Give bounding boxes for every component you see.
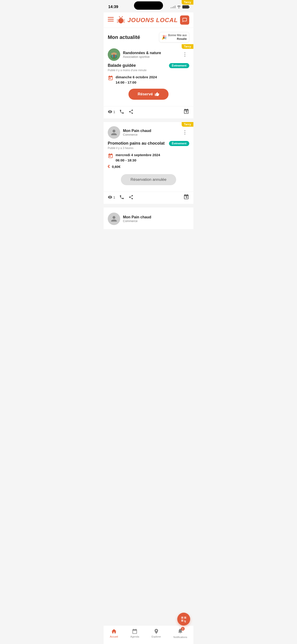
svg-rect-1 xyxy=(108,19,114,20)
org-info-3: Mon Pain chaud Commerce xyxy=(123,215,189,223)
location-tag-2: Tarcy xyxy=(182,122,194,127)
org-avatar-3 xyxy=(108,212,120,225)
svg-point-12 xyxy=(122,16,123,17)
page-content: Mon actualité 🎉 Bonne fête aux Rosalie T… xyxy=(104,28,194,229)
card-header-2: Mon Pain chaud Commerce ⋮ xyxy=(104,122,194,141)
svg-rect-26 xyxy=(115,55,116,58)
location-tag-1: Tarcy xyxy=(182,44,194,49)
svg-line-13 xyxy=(117,19,118,20)
divider-1 xyxy=(104,120,194,122)
fete-icon: 🎉 xyxy=(162,35,167,40)
status-bar: 14:39 xyxy=(104,0,194,12)
fete-badge: 🎉 Bonne fête aux Rosalie xyxy=(159,32,189,42)
card-body-1: Balade guidée Événement Publié il y a mo… xyxy=(104,63,194,106)
card-header-1: Randonnées & nature Association sportive… xyxy=(104,44,194,63)
logo-text: JOUONS LOCAL xyxy=(128,16,178,24)
card-footer-2: 1 xyxy=(104,192,194,204)
page-title: Mon actualité xyxy=(108,34,140,40)
event-badge-2: Événement xyxy=(169,141,189,146)
svg-line-18 xyxy=(123,22,125,22)
org-name-1: Randonnées & nature xyxy=(123,51,178,55)
svg-line-16 xyxy=(123,19,125,20)
org-type-1: Association sportive xyxy=(123,55,178,58)
add-calendar-button-2[interactable] xyxy=(183,194,189,200)
views-icon-2[interactable]: 1 xyxy=(108,195,115,200)
notch xyxy=(134,2,163,10)
share-icon-2[interactable] xyxy=(128,195,134,200)
event-card-2: Tarcy Mon Pain chaud Commerce ⋮ Promotio… xyxy=(104,122,194,204)
event-price-2: € 0,60€ xyxy=(108,164,189,169)
card-header-3: Mon Pain chaud Commerce xyxy=(104,208,194,227)
logo: JOUONS LOCAL xyxy=(116,15,178,25)
section-header: Mon actualité 🎉 Bonne fête aux Rosalie xyxy=(104,28,194,44)
card-footer-1: 1 xyxy=(104,106,194,118)
svg-rect-0 xyxy=(108,17,114,18)
menu-button[interactable] xyxy=(108,17,114,23)
event-card-1: Tarcy Randonnées & nature Association xyxy=(104,44,194,118)
svg-point-4 xyxy=(119,18,122,20)
org-type-3: Commerce xyxy=(123,219,189,223)
location-tag-3: Tarcy xyxy=(182,0,194,4)
org-name-3: Mon Pain chaud xyxy=(123,215,189,219)
org-info-2: Mon Pain chaud Commerce xyxy=(123,129,178,136)
event-date-2: mercredi 4 septembre 2024 06:00 - 18:30 xyxy=(108,152,189,163)
svg-rect-25 xyxy=(114,54,115,58)
event-date-text-2: mercredi 4 septembre 2024 06:00 - 18:30 xyxy=(116,152,160,163)
org-avatar-2 xyxy=(108,126,120,139)
svg-rect-24 xyxy=(112,55,113,58)
event-date-text-1: dimanche 6 octobre 2024 14:00 - 17:00 xyxy=(116,75,157,85)
event-date-1: dimanche 6 octobre 2024 14:00 - 17:00 xyxy=(108,75,189,85)
calendar-icon-1 xyxy=(108,75,113,82)
share-icon-1[interactable] xyxy=(128,109,134,114)
add-calendar-button-1[interactable] xyxy=(183,108,189,115)
event-title-1: Balade guidée xyxy=(108,63,136,68)
logo-bug-icon xyxy=(116,15,126,25)
org-name-2: Mon Pain chaud xyxy=(123,129,178,133)
svg-point-23 xyxy=(114,53,117,55)
views-icon-1[interactable]: 1 xyxy=(108,110,115,114)
status-icons xyxy=(170,5,189,9)
fete-text: Bonne fête aux Rosalie xyxy=(168,34,187,41)
card-body-2: Promotion pains au chocolat Événement Pu… xyxy=(104,141,194,192)
org-info-1: Randonnées & nature Association sportive xyxy=(123,51,178,58)
more-button-1[interactable]: ⋮ xyxy=(180,51,189,58)
more-button-2[interactable]: ⋮ xyxy=(180,128,189,136)
battery-icon xyxy=(182,5,189,8)
reserve-button-1[interactable]: Réservé xyxy=(128,89,168,100)
app-header: JOUONS LOCAL xyxy=(104,12,194,28)
phone-icon-1[interactable] xyxy=(119,109,124,114)
event-published-1: Publié il y a moins d'une minute xyxy=(108,69,189,72)
phone-icon-2[interactable] xyxy=(119,195,124,200)
svg-point-11 xyxy=(119,16,120,17)
svg-line-15 xyxy=(117,22,118,22)
cancelled-button-2[interactable]: Réservation annulée xyxy=(121,174,176,185)
nav-spacer xyxy=(104,248,194,271)
signal-icon xyxy=(170,6,176,8)
price-text-2: 0,60€ xyxy=(112,165,121,168)
org-avatar-1 xyxy=(108,48,120,61)
svg-point-8 xyxy=(122,19,122,19)
org-type-2: Commerce xyxy=(123,133,178,136)
euro-icon-2: € xyxy=(108,164,110,169)
event-title-2: Promotion pains au chocolat xyxy=(108,141,164,146)
chat-button[interactable] xyxy=(180,16,189,25)
event-badge-1: Événement xyxy=(169,63,189,68)
event-published-2: Publié il y a 3 heures xyxy=(108,146,189,150)
calendar-icon-2 xyxy=(108,153,113,160)
status-time: 14:39 xyxy=(108,4,118,9)
svg-rect-2 xyxy=(108,21,114,22)
svg-point-7 xyxy=(120,19,120,19)
event-card-3-partial: Tarcy Mon Pain chaud Commerce xyxy=(104,208,194,229)
wifi-icon xyxy=(177,5,181,9)
divider-2 xyxy=(104,206,194,208)
